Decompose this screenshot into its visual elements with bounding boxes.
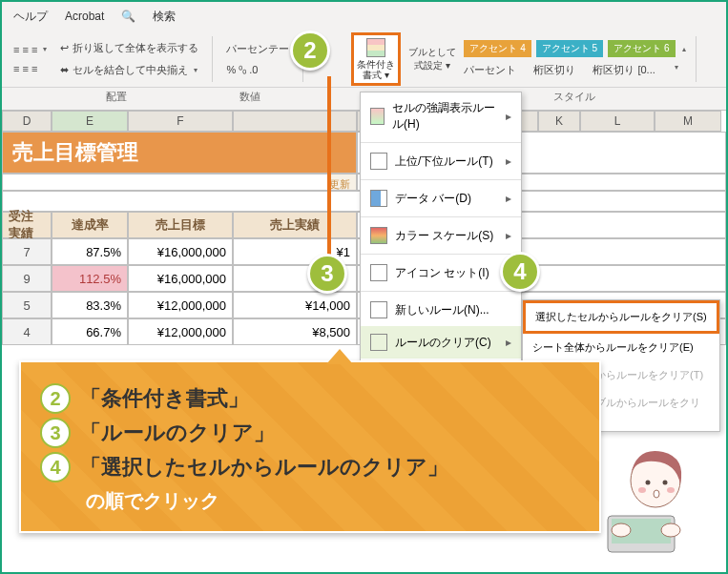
menu-highlight-rules[interactable]: セルの強調表示ルール(H)▸ [361,92,521,140]
conditional-format-menu: セルの強調表示ルール(H)▸ 上位/下位ルール(T)▸ データ バー(D)▸ カ… [360,92,522,392]
accent5-style[interactable]: アクセント 5 [536,40,603,57]
percent-style[interactable]: パーセント [464,63,516,77]
col-K[interactable]: K [538,111,580,132]
col-M[interactable]: M [655,111,721,132]
accent6-style[interactable]: アクセント 6 [608,40,675,57]
cell-target[interactable]: ¥12,000,000 [128,318,233,345]
cell-n[interactable]: 4 [2,318,52,345]
update-link[interactable]: 更新 [329,178,350,190]
svg-point-9 [661,523,680,537]
hdr-results: 受注実績 [2,212,52,238]
col-E[interactable]: E [52,111,128,132]
align-buttons[interactable]: ≡ ≡ ≡▾ [10,42,51,57]
step-badge-4: 4 [500,252,540,292]
step-badge-3: 3 [307,254,347,294]
callout-badge-4: 4 [40,452,71,482]
svg-point-4 [663,481,668,485]
cell-rate[interactable]: 66.7% [52,318,128,345]
callout-badge-2: 2 [40,383,71,414]
wrap-text-button[interactable]: ↩ 折り返して全体を表示する [56,39,202,57]
menu-clear-rules[interactable]: ルールのクリア(C)▸ [361,326,521,359]
accent4-style[interactable]: アクセント 4 [464,40,530,57]
hdr-target: 売上目標 [128,212,233,238]
number-fmt-buttons[interactable]: % ⁰₀ .0 [222,62,293,78]
align-buttons-2[interactable]: ≡ ≡ ≡ [10,61,51,76]
guide-line-vertical [327,76,331,267]
conditional-formatting-button[interactable]: 条件付き 書式 ▾ [351,32,401,86]
format-as-table-button[interactable]: ブルとして 式設定 ▾ [406,46,458,72]
svg-point-7 [667,487,675,493]
cell-sales[interactable]: ¥14,000 [233,292,357,318]
svg-point-8 [612,523,631,537]
hdr-rate: 達成率 [52,212,128,238]
col-F[interactable]: F [128,111,233,132]
group-styles: スタイル [536,90,613,104]
cell-rate[interactable]: 112.5% [52,265,128,292]
mascot-illustration [579,435,703,559]
cell-rate[interactable]: 87.5% [52,238,128,265]
number-format-combo[interactable]: パーセンテー [222,40,293,58]
menu-data-bars[interactable]: データ バー(D)▸ [361,182,521,215]
cell-n[interactable]: 7 [2,238,52,265]
group-number: 数値 [212,90,288,104]
title-banner: 売上目標管理 [2,132,357,174]
comma0-style[interactable]: 桁区切り [0... [593,63,655,77]
cell-rate[interactable]: 83.3% [52,292,128,318]
acrobat-menu[interactable]: Acrobat [65,10,104,23]
callout-badge-3: 3 [40,418,71,448]
step-badge-2: 2 [290,31,330,71]
conditional-formatting-icon [366,38,385,57]
comma-style[interactable]: 桁区切り [533,63,575,77]
instruction-callout: 2「条件付き書式」 3「ルールのクリア」 4「選択したセルからルールのクリア」 … [19,360,601,533]
cell-sales[interactable]: ¥8,500 [233,318,357,345]
svg-point-6 [638,487,646,493]
cell-target[interactable]: ¥16,000,000 [128,265,233,292]
help-menu[interactable]: ヘルプ [13,9,48,25]
cell-target[interactable]: ¥16,000,000 [128,238,233,265]
hdr-sales: 売上実績 [233,212,357,238]
cell-n[interactable]: 9 [2,265,52,292]
svg-point-3 [646,481,651,485]
clear-entire-sheet[interactable]: シート全体からルールをクリア(E) [523,334,719,361]
group-alignment: 配置 [78,90,155,104]
merge-center-button[interactable]: ⬌ セルを結合して中央揃え▾ [56,61,202,79]
menu-new-rule[interactable]: 新しいルール(N)... [361,294,521,326]
col-D[interactable]: D [2,111,52,132]
cell-n[interactable]: 5 [2,292,52,318]
menu-icon-sets[interactable]: アイコン セット(I)▸ [361,256,521,289]
menu-top-bottom[interactable]: 上位/下位ルール(T)▸ [361,145,521,177]
svg-point-5 [654,490,659,498]
menu-color-scales[interactable]: カラー スケール(S)▸ [361,219,521,252]
col-L[interactable]: L [580,111,655,132]
clear-selected-cells[interactable]: 選択したセルからルールをクリア(S) [523,300,719,334]
cell-target[interactable]: ¥12,000,000 [128,292,233,318]
callout-tail: の順でクリック [86,488,580,514]
search-label[interactable]: 検索 [153,9,176,25]
search-icon: 🔍 [121,10,135,23]
col-blank[interactable] [233,111,357,132]
